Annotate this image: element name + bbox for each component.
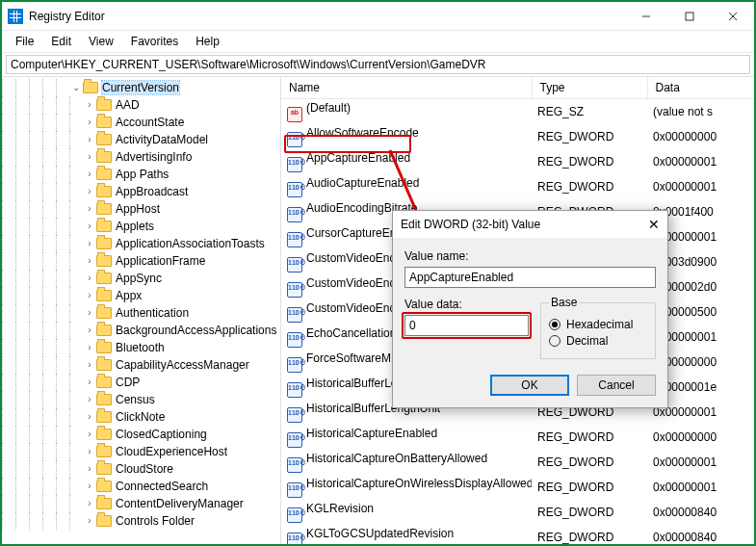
tree-item[interactable]: AAD bbox=[2, 96, 281, 114]
value-name: HistoricalCaptureOnWirelessDisplayAllowe… bbox=[306, 477, 532, 490]
tree-item[interactable]: ContentDeliveryManager bbox=[2, 495, 281, 512]
tree-item[interactable]: AppHost bbox=[2, 200, 281, 218]
chevron-down-icon[interactable] bbox=[69, 82, 83, 92]
radio-dec[interactable]: Decimal bbox=[549, 334, 647, 348]
svg-rect-1 bbox=[686, 13, 693, 20]
tree-item[interactable]: CapabilityAccessManager bbox=[2, 356, 281, 374]
tree-item[interactable]: Authentication bbox=[2, 304, 281, 322]
col-header-name[interactable]: Name bbox=[281, 77, 532, 99]
chevron-right-icon[interactable] bbox=[83, 134, 96, 144]
chevron-right-icon[interactable] bbox=[83, 429, 96, 439]
tree-item-currentversion[interactable]: CurrentVersion bbox=[2, 79, 281, 96]
ok-button[interactable]: OK bbox=[490, 375, 569, 396]
chevron-right-icon[interactable] bbox=[83, 151, 96, 162]
radio-hex[interactable]: Hexadecimal bbox=[549, 318, 647, 331]
col-header-data[interactable]: Data bbox=[647, 77, 754, 99]
chevron-right-icon[interactable] bbox=[83, 411, 96, 422]
tree-item[interactable]: ApplicationAssociationToasts bbox=[2, 235, 281, 252]
base-legend: Base bbox=[549, 296, 579, 309]
menu-file[interactable]: File bbox=[8, 33, 41, 50]
tree-item[interactable]: CloudStore bbox=[2, 460, 281, 478]
folder-icon bbox=[96, 99, 112, 111]
address-bar[interactable]: Computer\HKEY_CURRENT_USER\Software\Micr… bbox=[6, 55, 750, 74]
chevron-right-icon[interactable] bbox=[83, 515, 96, 526]
close-button[interactable] bbox=[711, 2, 754, 30]
tree-item[interactable]: Controls Folder bbox=[2, 512, 281, 530]
chevron-right-icon[interactable] bbox=[83, 325, 96, 335]
tree-item[interactable]: BackgroundAccessApplications bbox=[2, 322, 281, 339]
folder-icon bbox=[96, 186, 112, 197]
tree-item[interactable]: CloudExperienceHost bbox=[2, 443, 281, 460]
col-header-type[interactable]: Type bbox=[532, 77, 647, 99]
menu-favorites[interactable]: Favorites bbox=[123, 33, 186, 50]
table-row[interactable]: (Default) REG_SZ (value not s bbox=[281, 99, 754, 125]
chevron-right-icon[interactable] bbox=[83, 186, 96, 196]
tree-item[interactable]: AdvertisingInfo bbox=[2, 148, 281, 166]
value-type-icon bbox=[287, 282, 302, 298]
tree-item[interactable]: ApplicationFrame bbox=[2, 252, 281, 270]
value-data-input[interactable] bbox=[404, 315, 529, 336]
table-row[interactable]: AllowSoftwareEncode REG_DWORD 0x00000000 bbox=[281, 124, 754, 149]
tree-item[interactable]: Applets bbox=[2, 218, 281, 235]
tree-item[interactable]: Census bbox=[2, 391, 281, 408]
chevron-right-icon[interactable] bbox=[83, 377, 96, 387]
chevron-right-icon[interactable] bbox=[83, 203, 96, 214]
tree-item[interactable]: ClickNote bbox=[2, 408, 281, 426]
chevron-right-icon[interactable] bbox=[83, 99, 96, 110]
chevron-right-icon[interactable] bbox=[83, 446, 96, 456]
table-row[interactable]: AppCaptureEnabled REG_DWORD 0x00000001 bbox=[281, 149, 754, 174]
chevron-right-icon[interactable] bbox=[83, 307, 96, 318]
menu-view[interactable]: View bbox=[81, 33, 121, 50]
value-type-icon bbox=[287, 482, 302, 498]
chevron-right-icon[interactable] bbox=[83, 342, 96, 352]
chevron-right-icon[interactable] bbox=[83, 238, 96, 248]
tree-item[interactable]: ActivityDataModel bbox=[2, 131, 281, 148]
table-row[interactable]: AudioCaptureEnabled REG_DWORD 0x00000001 bbox=[281, 174, 754, 199]
table-row[interactable]: HistoricalCaptureOnBatteryAllowed REG_DW… bbox=[281, 450, 754, 475]
tree-label: Bluetooth bbox=[116, 341, 165, 354]
tree-item[interactable]: CDP bbox=[2, 374, 281, 391]
chevron-right-icon[interactable] bbox=[83, 290, 96, 300]
tree-item[interactable]: ConnectedSearch bbox=[2, 478, 281, 495]
chevron-right-icon[interactable] bbox=[83, 169, 96, 179]
tree-label: BackgroundAccessApplications bbox=[116, 324, 276, 337]
value-type: REG_DWORD bbox=[532, 425, 647, 450]
table-row[interactable]: HistoricalCaptureEnabled REG_DWORD 0x000… bbox=[281, 425, 754, 450]
maximize-button[interactable] bbox=[667, 2, 711, 30]
menu-help[interactable]: Help bbox=[188, 33, 227, 50]
chevron-right-icon[interactable] bbox=[83, 463, 96, 474]
chevron-right-icon[interactable] bbox=[83, 255, 96, 266]
cancel-button[interactable]: Cancel bbox=[577, 375, 656, 396]
tree-label: AdvertisingInfo bbox=[116, 150, 192, 164]
window-controls bbox=[624, 2, 754, 30]
table-row[interactable]: HistoricalCaptureOnWirelessDisplayAllowe… bbox=[281, 475, 754, 500]
chevron-right-icon[interactable] bbox=[83, 117, 96, 127]
chevron-right-icon[interactable] bbox=[83, 359, 96, 370]
folder-icon bbox=[96, 307, 112, 319]
chevron-right-icon[interactable] bbox=[83, 481, 96, 491]
table-row[interactable]: KGLToGCSUpdatedRevision REG_DWORD 0x0000… bbox=[281, 525, 754, 544]
value-name-input[interactable] bbox=[404, 267, 656, 288]
tree-item[interactable]: AccountState bbox=[2, 114, 281, 131]
tree-label: CloudExperienceHost bbox=[116, 445, 227, 458]
tree-item[interactable]: Appx bbox=[2, 287, 281, 304]
value-type-icon bbox=[287, 507, 302, 523]
base-group: Base Hexadecimal Decimal bbox=[540, 296, 656, 359]
tree-item[interactable]: ClosedCaptioning bbox=[2, 426, 281, 443]
chevron-right-icon[interactable] bbox=[83, 273, 96, 283]
table-row[interactable]: KGLRevision REG_DWORD 0x00000840 bbox=[281, 500, 754, 525]
tree-item[interactable]: AppSync bbox=[2, 270, 281, 287]
menu-edit[interactable]: Edit bbox=[43, 33, 79, 50]
value-name: KGLToGCSUpdatedRevision bbox=[306, 527, 454, 540]
dialog-close-icon[interactable]: ✕ bbox=[648, 217, 660, 232]
tree-item[interactable]: App Paths bbox=[2, 166, 281, 183]
dialog-titlebar[interactable]: Edit DWORD (32-bit) Value ✕ bbox=[393, 211, 667, 238]
minimize-button[interactable] bbox=[624, 2, 667, 30]
value-type-icon bbox=[287, 357, 302, 373]
tree-pane[interactable]: CurrentVersion AAD AccountState Activity… bbox=[2, 77, 281, 544]
tree-item[interactable]: AppBroadcast bbox=[2, 183, 281, 200]
chevron-right-icon[interactable] bbox=[83, 221, 96, 231]
tree-item[interactable]: Bluetooth bbox=[2, 339, 281, 356]
chevron-right-icon[interactable] bbox=[83, 498, 96, 508]
chevron-right-icon[interactable] bbox=[83, 394, 96, 404]
